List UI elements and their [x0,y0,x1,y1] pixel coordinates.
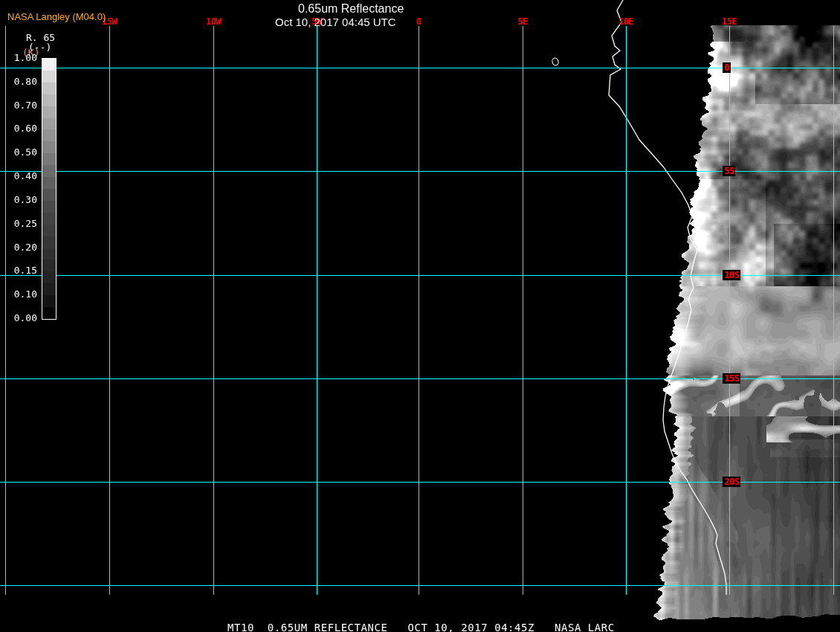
colorbar-step [42,295,56,307]
colorbar-step [42,165,56,177]
colorbar-step [42,129,56,141]
colorbar-step [42,225,56,236]
footer-bar: MT10 0.65UM REFLECTANCE OCT 10, 2017 04:… [0,621,840,632]
colorbar-tick: 0.20 [0,242,37,253]
colorbar-step [42,307,56,319]
colorbar-step [42,141,56,153]
colorbar-step [42,83,56,94]
colorbar-tick: 0.00 [0,313,37,323]
colorbar-step [42,118,56,130]
colorbar-tick: 0.70 [0,100,37,111]
colorbar-step [42,271,56,283]
colorbar-step [42,259,56,271]
product-timestamp: Oct 10, 2017 04:45 UTC [275,16,396,28]
colorbar-tick: 0.40 [0,171,37,181]
brand-label: NASA Langley (M04.0) [7,11,106,22]
colorbar-step [42,283,56,295]
colorbar-step [42,71,56,83]
colorbar-tick: 0.80 [0,77,37,87]
colorbar: R. 65 (--) (K) 1.000.800.700.600.500.400… [0,30,59,331]
product-title: 0.65um Reflectance [298,2,404,16]
colorbar-step [42,94,56,106]
colorbar-tick: 1.00 [0,53,37,63]
colorbar-tick: 0.50 [0,147,37,158]
colorbar-step [42,201,56,213]
colorbar-tick: 0.60 [0,123,37,134]
colorbar-tick: 0.25 [0,219,37,229]
colorbar-tick: 0.30 [0,195,37,205]
colorbar-step [42,236,56,248]
colorbar-step [42,213,56,225]
colorbar-step [42,189,56,201]
colorbar-step [42,153,56,165]
colorbar-tick: 0.10 [0,289,37,300]
colorbar-step [42,106,56,118]
satellite-product-view: 15W10W5W05E10E15E05S10S15S20S NASA Langl… [0,0,840,632]
colorbar-gradient [42,58,56,320]
colorbar-step [42,177,56,189]
footer-text: MT10 0.65UM REFLECTANCE OCT 10, 2017 04:… [227,622,615,632]
satellite-imagery-canvas [0,0,840,632]
colorbar-tick: 0.15 [0,265,37,276]
colorbar-step [42,248,56,260]
colorbar-step [42,59,56,71]
